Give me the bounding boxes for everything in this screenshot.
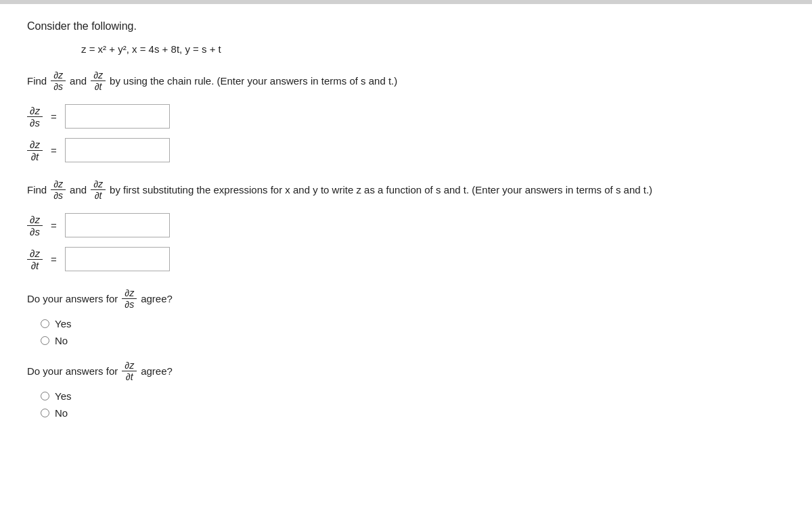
answer1-ds-block: ∂z ∂s = bbox=[27, 104, 785, 129]
agree2-prefix: Do your answers for bbox=[27, 365, 118, 377]
agree2-frac-den: ∂t bbox=[123, 371, 136, 382]
answer2-ds-frac: ∂z ∂s bbox=[27, 214, 43, 237]
answer2-ds-den: ∂s bbox=[27, 226, 43, 237]
answer2-ds-num: ∂z bbox=[27, 214, 43, 226]
find1-frac2: ∂z ∂t bbox=[91, 70, 106, 92]
find2-instruction: Find ∂z ∂s and ∂z ∂t by first substituti… bbox=[27, 179, 785, 201]
find1-instruction: Find ∂z ∂s and ∂z ∂t by using the chain … bbox=[27, 70, 785, 92]
agree1-yes-row: Yes bbox=[41, 318, 785, 329]
agree1-no-label: No bbox=[55, 335, 68, 346]
agree1-yes-radio[interactable] bbox=[41, 319, 49, 328]
answer2-ds-input[interactable] bbox=[65, 213, 170, 237]
agree2-no-row: No bbox=[41, 407, 785, 419]
agree2-yes-row: Yes bbox=[41, 390, 785, 402]
top-bar bbox=[0, 0, 812, 4]
answer2-dt-block: ∂z ∂t = bbox=[27, 247, 785, 271]
find2-suffix: by first substituting the expressions fo… bbox=[110, 184, 652, 196]
find2-frac1: ∂z ∂s bbox=[51, 179, 66, 201]
find2-frac2-num: ∂z bbox=[91, 179, 106, 190]
agree2-yes-label: Yes bbox=[55, 390, 71, 402]
agree1-frac: ∂z ∂s bbox=[122, 288, 137, 310]
agree1-no-radio[interactable] bbox=[41, 336, 49, 345]
agree2-suffix: agree? bbox=[141, 365, 173, 377]
equation-text: z = x² + y², x = 4s + 8t, y = s + t bbox=[81, 43, 221, 55]
find1-frac2-den: ∂t bbox=[92, 81, 105, 92]
answer1-dt-num: ∂z bbox=[27, 139, 43, 151]
answer1-dt-block: ∂z ∂t = bbox=[27, 138, 785, 162]
agree1-prefix: Do your answers for bbox=[27, 293, 118, 304]
answer2-dt-equals: = bbox=[51, 254, 57, 265]
find1-and: and bbox=[70, 75, 87, 87]
main-page: Consider the following. z = x² + y², x =… bbox=[0, 0, 812, 506]
agree1-frac-num: ∂z bbox=[122, 288, 137, 299]
answer2-dt-input[interactable] bbox=[65, 247, 170, 271]
agree1-suffix: agree? bbox=[141, 293, 173, 304]
answer1-dt-frac: ∂z ∂t bbox=[27, 139, 43, 162]
find1-suffix: by using the chain rule. (Enter your ans… bbox=[110, 75, 397, 87]
find2-prefix: Find bbox=[27, 184, 47, 196]
find2-and: and bbox=[70, 184, 87, 196]
answer1-ds-num: ∂z bbox=[27, 105, 43, 117]
answer1-ds-frac: ∂z ∂s bbox=[27, 105, 43, 129]
answer1-ds-equals: = bbox=[51, 111, 57, 122]
answer1-dt-equals: = bbox=[51, 145, 57, 156]
agree2-no-label: No bbox=[55, 407, 68, 419]
agree1-yes-label: Yes bbox=[55, 318, 71, 329]
agree1-frac-den: ∂s bbox=[122, 299, 137, 310]
answer2-dt-num: ∂z bbox=[27, 248, 43, 260]
find2-frac2-den: ∂t bbox=[92, 190, 105, 201]
agree2-no-radio[interactable] bbox=[41, 409, 49, 417]
find2-frac2: ∂z ∂t bbox=[91, 179, 106, 201]
find2-frac1-num: ∂z bbox=[51, 179, 66, 190]
answer2-dt-frac: ∂z ∂t bbox=[27, 248, 43, 271]
answer1-dt-den: ∂t bbox=[28, 151, 42, 162]
agree2-row: Do your answers for ∂z ∂t agree? bbox=[27, 360, 785, 382]
agree1-row: Do your answers for ∂z ∂s agree? bbox=[27, 288, 785, 310]
answer1-ds-den: ∂s bbox=[27, 117, 43, 129]
answer2-ds-equals: = bbox=[51, 220, 57, 231]
page-title: Consider the following. bbox=[27, 20, 785, 32]
agree2-frac: ∂z ∂t bbox=[122, 360, 137, 382]
find1-frac1-num: ∂z bbox=[51, 70, 66, 81]
answer1-ds-input[interactable] bbox=[65, 104, 170, 129]
find2-frac1-den: ∂s bbox=[51, 190, 66, 201]
answer2-ds-block: ∂z ∂s = bbox=[27, 213, 785, 237]
main-equation: z = x² + y², x = 4s + 8t, y = s + t bbox=[81, 43, 785, 55]
agree2-frac-num: ∂z bbox=[122, 360, 137, 371]
find1-frac2-num: ∂z bbox=[91, 70, 106, 81]
agree2-yes-radio[interactable] bbox=[41, 392, 49, 400]
find1-prefix: Find bbox=[27, 75, 47, 87]
agree1-no-row: No bbox=[41, 335, 785, 346]
find1-frac1: ∂z ∂s bbox=[51, 70, 66, 92]
answer2-dt-den: ∂t bbox=[28, 260, 42, 271]
find1-frac1-den: ∂s bbox=[51, 81, 66, 92]
answer1-dt-input[interactable] bbox=[65, 138, 170, 162]
